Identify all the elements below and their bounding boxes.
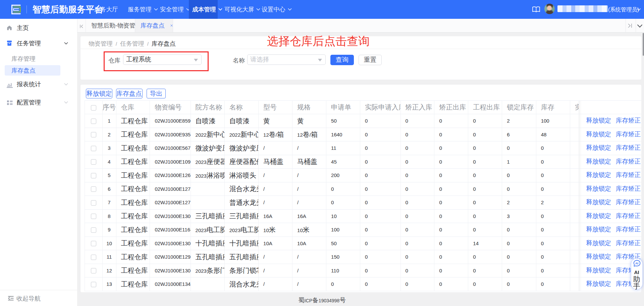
- svg-text:AI: AI: [635, 262, 638, 265]
